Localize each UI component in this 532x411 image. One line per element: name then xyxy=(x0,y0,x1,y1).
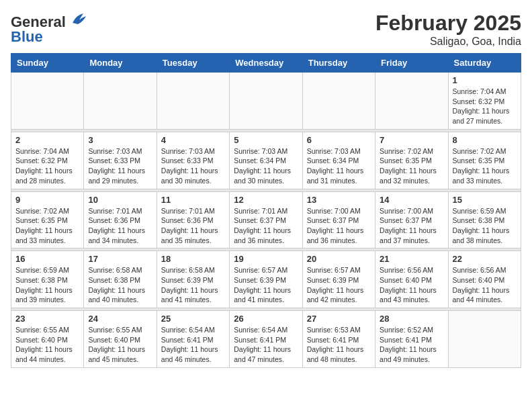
logo-bird-icon xyxy=(70,11,89,27)
day-info: Sunrise: 6:54 AM Sunset: 6:41 PM Dayligh… xyxy=(161,325,225,365)
day-info: Sunrise: 6:59 AM Sunset: 6:38 PM Dayligh… xyxy=(15,265,79,305)
calendar-day-cell xyxy=(84,73,157,130)
day-number: 14 xyxy=(380,195,443,205)
day-number: 4 xyxy=(161,135,225,145)
logo-blue-text: Blue xyxy=(11,30,43,44)
day-number: 5 xyxy=(234,135,298,145)
calendar-day-cell xyxy=(302,73,375,130)
day-info: Sunrise: 7:03 AM Sunset: 6:33 PM Dayligh… xyxy=(161,146,225,186)
calendar-day-cell: 15Sunrise: 6:59 AM Sunset: 6:38 PM Dayli… xyxy=(448,191,521,248)
calendar-day-cell: 13Sunrise: 7:00 AM Sunset: 6:37 PM Dayli… xyxy=(302,191,375,248)
calendar-day-cell: 11Sunrise: 7:01 AM Sunset: 6:36 PM Dayli… xyxy=(157,191,229,248)
calendar-day-cell: 16Sunrise: 6:59 AM Sunset: 6:38 PM Dayli… xyxy=(11,251,84,308)
day-number: 24 xyxy=(88,314,152,324)
calendar-day-cell: 9Sunrise: 7:02 AM Sunset: 6:35 PM Daylig… xyxy=(11,191,84,248)
calendar-day-cell: 10Sunrise: 7:01 AM Sunset: 6:36 PM Dayli… xyxy=(84,191,157,248)
day-number: 9 xyxy=(15,195,79,205)
calendar-week-row: 2Sunrise: 7:04 AM Sunset: 6:32 PM Daylig… xyxy=(11,132,521,189)
calendar-day-cell: 8Sunrise: 7:02 AM Sunset: 6:35 PM Daylig… xyxy=(448,132,521,189)
calendar-day-cell: 28Sunrise: 6:52 AM Sunset: 6:41 PM Dayli… xyxy=(375,311,448,368)
day-info: Sunrise: 6:56 AM Sunset: 6:40 PM Dayligh… xyxy=(380,265,443,305)
day-number: 1 xyxy=(453,75,517,85)
day-info: Sunrise: 6:52 AM Sunset: 6:41 PM Dayligh… xyxy=(380,325,443,365)
calendar-day-cell: 22Sunrise: 6:56 AM Sunset: 6:40 PM Dayli… xyxy=(448,251,521,308)
title-block: February 2025 Saligao, Goa, India xyxy=(375,11,521,48)
day-info: Sunrise: 6:55 AM Sunset: 6:40 PM Dayligh… xyxy=(88,325,152,365)
day-number: 8 xyxy=(453,135,517,145)
day-number: 6 xyxy=(307,135,371,145)
day-number: 20 xyxy=(307,254,371,264)
calendar-day-cell: 3Sunrise: 7:03 AM Sunset: 6:33 PM Daylig… xyxy=(84,132,157,189)
day-info: Sunrise: 6:55 AM Sunset: 6:40 PM Dayligh… xyxy=(15,325,79,365)
day-number: 17 xyxy=(88,254,152,264)
calendar-day-cell: 27Sunrise: 6:53 AM Sunset: 6:41 PM Dayli… xyxy=(302,311,375,368)
calendar-subtitle: Saligao, Goa, India xyxy=(375,36,521,48)
day-number: 12 xyxy=(234,195,298,205)
day-info: Sunrise: 7:01 AM Sunset: 6:37 PM Dayligh… xyxy=(234,206,298,246)
day-number: 22 xyxy=(453,254,517,264)
day-info: Sunrise: 7:00 AM Sunset: 6:37 PM Dayligh… xyxy=(307,206,371,246)
page-header: General Blue February 2025 Saligao, Goa,… xyxy=(11,11,521,48)
day-info: Sunrise: 7:02 AM Sunset: 6:35 PM Dayligh… xyxy=(380,146,443,186)
col-friday: Friday xyxy=(375,54,448,73)
calendar-table: Sunday Monday Tuesday Wednesday Thursday… xyxy=(11,53,521,368)
day-number: 25 xyxy=(161,314,225,324)
calendar-day-cell xyxy=(375,73,448,130)
calendar-day-cell: 14Sunrise: 7:00 AM Sunset: 6:37 PM Dayli… xyxy=(375,191,448,248)
day-info: Sunrise: 7:03 AM Sunset: 6:34 PM Dayligh… xyxy=(307,146,371,186)
day-number: 28 xyxy=(380,314,443,324)
day-info: Sunrise: 6:59 AM Sunset: 6:38 PM Dayligh… xyxy=(453,206,517,246)
calendar-day-cell: 2Sunrise: 7:04 AM Sunset: 6:32 PM Daylig… xyxy=(11,132,84,189)
calendar-week-row: 1Sunrise: 7:04 AM Sunset: 6:32 PM Daylig… xyxy=(11,73,521,130)
calendar-day-cell: 1Sunrise: 7:04 AM Sunset: 6:32 PM Daylig… xyxy=(448,73,521,130)
calendar-day-cell: 12Sunrise: 7:01 AM Sunset: 6:37 PM Dayli… xyxy=(230,191,302,248)
day-info: Sunrise: 7:03 AM Sunset: 6:33 PM Dayligh… xyxy=(88,146,152,186)
col-tuesday: Tuesday xyxy=(157,54,229,73)
day-info: Sunrise: 6:58 AM Sunset: 6:39 PM Dayligh… xyxy=(161,265,225,305)
day-number: 11 xyxy=(161,195,225,205)
day-info: Sunrise: 7:04 AM Sunset: 6:32 PM Dayligh… xyxy=(453,87,517,126)
day-info: Sunrise: 6:54 AM Sunset: 6:41 PM Dayligh… xyxy=(234,325,298,365)
calendar-week-row: 16Sunrise: 6:59 AM Sunset: 6:38 PM Dayli… xyxy=(11,251,521,308)
calendar-day-cell xyxy=(157,73,229,130)
day-number: 16 xyxy=(15,254,79,264)
col-thursday: Thursday xyxy=(302,54,375,73)
calendar-day-cell xyxy=(448,311,521,368)
col-wednesday: Wednesday xyxy=(230,54,302,73)
calendar-day-cell: 17Sunrise: 6:58 AM Sunset: 6:38 PM Dayli… xyxy=(84,251,157,308)
calendar-day-cell: 6Sunrise: 7:03 AM Sunset: 6:34 PM Daylig… xyxy=(302,132,375,189)
day-number: 26 xyxy=(234,314,298,324)
day-number: 19 xyxy=(234,254,298,264)
day-number: 10 xyxy=(88,195,152,205)
day-info: Sunrise: 7:03 AM Sunset: 6:34 PM Dayligh… xyxy=(234,146,298,186)
day-info: Sunrise: 6:57 AM Sunset: 6:39 PM Dayligh… xyxy=(234,265,298,305)
calendar-day-cell xyxy=(11,73,84,130)
day-number: 23 xyxy=(15,314,79,324)
day-number: 27 xyxy=(307,314,371,324)
day-info: Sunrise: 6:56 AM Sunset: 6:40 PM Dayligh… xyxy=(453,265,517,305)
calendar-day-cell: 23Sunrise: 6:55 AM Sunset: 6:40 PM Dayli… xyxy=(11,311,84,368)
day-info: Sunrise: 7:01 AM Sunset: 6:36 PM Dayligh… xyxy=(88,206,152,246)
calendar-week-row: 23Sunrise: 6:55 AM Sunset: 6:40 PM Dayli… xyxy=(11,311,521,368)
day-info: Sunrise: 6:53 AM Sunset: 6:41 PM Dayligh… xyxy=(307,325,371,365)
calendar-day-cell: 7Sunrise: 7:02 AM Sunset: 6:35 PM Daylig… xyxy=(375,132,448,189)
calendar-title: February 2025 xyxy=(375,11,521,36)
day-number: 3 xyxy=(88,135,152,145)
day-info: Sunrise: 7:00 AM Sunset: 6:37 PM Dayligh… xyxy=(380,206,443,246)
col-sunday: Sunday xyxy=(11,54,84,73)
calendar-day-cell: 21Sunrise: 6:56 AM Sunset: 6:40 PM Dayli… xyxy=(375,251,448,308)
day-number: 7 xyxy=(380,135,443,145)
day-info: Sunrise: 6:58 AM Sunset: 6:38 PM Dayligh… xyxy=(88,265,152,305)
calendar-day-cell: 5Sunrise: 7:03 AM Sunset: 6:34 PM Daylig… xyxy=(230,132,302,189)
day-number: 2 xyxy=(15,135,79,145)
calendar-day-cell: 26Sunrise: 6:54 AM Sunset: 6:41 PM Dayli… xyxy=(230,311,302,368)
day-info: Sunrise: 7:04 AM Sunset: 6:32 PM Dayligh… xyxy=(15,146,79,186)
logo: General Blue xyxy=(11,11,89,44)
calendar-day-cell: 25Sunrise: 6:54 AM Sunset: 6:41 PM Dayli… xyxy=(157,311,229,368)
col-monday: Monday xyxy=(84,54,157,73)
calendar-day-cell: 24Sunrise: 6:55 AM Sunset: 6:40 PM Dayli… xyxy=(84,311,157,368)
day-number: 15 xyxy=(453,195,517,205)
day-number: 18 xyxy=(161,254,225,264)
day-number: 13 xyxy=(307,195,371,205)
calendar-day-cell: 4Sunrise: 7:03 AM Sunset: 6:33 PM Daylig… xyxy=(157,132,229,189)
